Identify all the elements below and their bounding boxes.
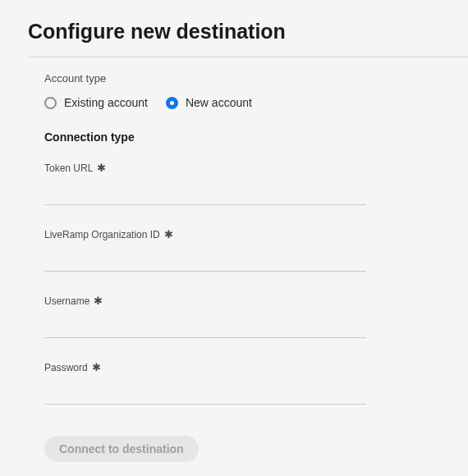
password-label-text: Password [44, 362, 88, 373]
token-url-label-text: Token URL [44, 162, 93, 174]
radio-new-account[interactable]: New account [166, 96, 252, 109]
connection-type-title: Connection type [28, 130, 440, 144]
username-label: Username ✱ [44, 295, 440, 307]
required-icon: ✱ [94, 295, 103, 307]
token-url-input[interactable] [44, 179, 366, 205]
radio-existing-label: Existing account [64, 96, 148, 109]
required-icon: ✱ [97, 162, 106, 174]
password-field: Password ✱ [28, 361, 440, 405]
liveramp-org-id-label-text: LiveRamp Organization ID [44, 229, 160, 240]
username-input[interactable] [44, 312, 366, 338]
account-type-label: Account type [28, 72, 440, 85]
username-field: Username ✱ [28, 295, 440, 338]
username-label-text: Username [44, 295, 89, 307]
liveramp-org-id-label: LiveRamp Organization ID ✱ [44, 228, 440, 240]
title-divider [28, 57, 468, 57]
liveramp-org-id-input[interactable] [44, 245, 366, 272]
required-icon: ✱ [164, 228, 173, 240]
token-url-label: Token URL ✱ [44, 162, 440, 174]
password-label: Password ✱ [44, 361, 440, 373]
connect-button[interactable]: Connect to destination [44, 436, 199, 462]
radio-unchecked-icon [44, 97, 57, 109]
required-icon: ✱ [92, 361, 101, 373]
page-title: Configure new destination [28, 20, 440, 43]
radio-checked-icon [166, 97, 178, 109]
token-url-field: Token URL ✱ [28, 162, 440, 205]
password-input[interactable] [44, 378, 366, 405]
radio-new-label: New account [186, 96, 252, 109]
liveramp-org-id-field: LiveRamp Organization ID ✱ [28, 228, 440, 272]
radio-existing-account[interactable]: Existing account [44, 96, 148, 109]
account-type-radio-group: Existing account New account [28, 96, 440, 109]
